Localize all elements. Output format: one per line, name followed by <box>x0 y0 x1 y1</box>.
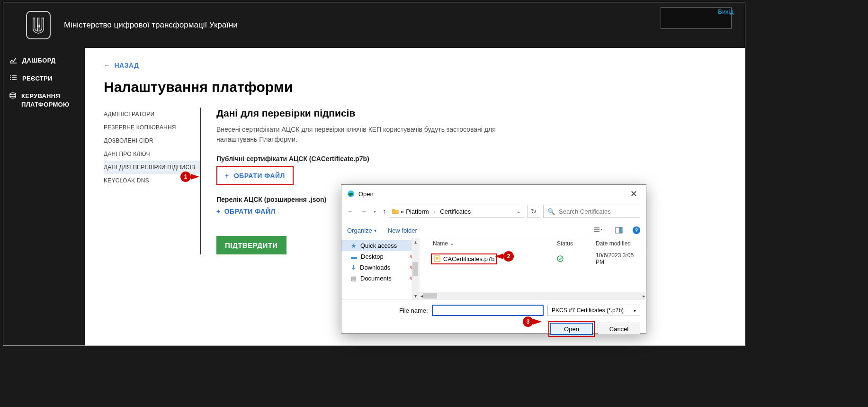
submit-button[interactable]: ПІДТВЕРДИТИ <box>216 236 286 254</box>
annotation-callout-3: 3 <box>523 317 533 327</box>
svg-point-0 <box>10 93 16 95</box>
file-type-dropdown[interactable]: PKCS #7 Certificates (*.p7b) ▾ <box>547 305 640 316</box>
open-button[interactable]: Open <box>550 323 593 335</box>
chevron-down-icon: ▾ <box>634 308 636 313</box>
scroll-thumb[interactable] <box>412 262 418 276</box>
plus-icon: + <box>216 208 221 215</box>
chevron-right-icon: › <box>431 208 438 214</box>
preview-pane-button[interactable] <box>612 226 626 235</box>
svg-rect-3 <box>620 227 622 233</box>
nav-pane-scrollbar[interactable]: ▴ ▾ <box>412 238 419 299</box>
path-segment[interactable]: Certificates <box>440 208 471 215</box>
annotation-callout-1: 1 <box>180 172 191 182</box>
nav-back-button[interactable]: ← <box>347 208 354 215</box>
file-open-dialog: Open ✕ ← → ▾ ↑ « Platform › Certificates… <box>341 184 646 334</box>
new-folder-button[interactable]: New folder <box>388 227 417 234</box>
nav-up-button[interactable]: ↑ <box>383 208 386 215</box>
nav-item-quick-access[interactable]: ★ Quick access <box>341 240 419 251</box>
choose-file-label: ОБРАТИ ФАЙЛ <box>224 208 276 215</box>
desktop-icon: ▬ <box>351 253 357 260</box>
nav-forward-button[interactable]: → <box>360 208 367 215</box>
star-icon: ★ <box>351 242 357 249</box>
menu-item-cidr[interactable]: ДОЗВОЛЕНІ CIDR <box>104 134 200 147</box>
back-label: НАЗАД <box>115 62 139 69</box>
view-mode-button[interactable] <box>591 226 605 235</box>
file-status <box>557 255 596 262</box>
scroll-thumb[interactable] <box>423 293 437 298</box>
header: Міністерство цифрової трансформації Укра… <box>3 2 745 48</box>
sidebar-item-label: РЕЄСТРИ <box>22 74 53 83</box>
scroll-down-icon: ▾ <box>414 293 417 298</box>
column-header-name[interactable]: Name ▴ <box>422 240 557 247</box>
sidebar-item-platform-management[interactable]: КЕРУВАННЯ ПЛАТФОРМОЮ <box>3 87 85 113</box>
scroll-up-icon: ▴ <box>414 239 417 244</box>
path-breadcrumb[interactable]: « Platform › Certificates ⌄ <box>389 205 524 218</box>
sidebar: ДАШБОРД РЕЄСТРИ КЕРУВАННЯ ПЛАТФОРМОЮ <box>3 48 85 345</box>
sidebar-item-label: КЕРУВАННЯ ПЛАТФОРМОЮ <box>21 92 79 109</box>
menu-item-key-data[interactable]: ДАНІ ПРО КЛЮЧ <box>104 147 200 161</box>
trident-icon <box>31 16 45 35</box>
certificate-file-icon <box>434 255 440 262</box>
nav-item-label: Downloads <box>360 264 390 271</box>
dialog-nav-arrows: ← → ▾ ↑ <box>347 208 386 215</box>
nav-item-desktop[interactable]: ▬ Desktop 📌 <box>341 251 419 262</box>
search-input[interactable]: 🔍 Search Certificates <box>543 205 640 218</box>
annotation-pointer-icon <box>495 253 503 259</box>
file-name-label: File name: <box>399 307 428 314</box>
scroll-right-icon: ▸ <box>643 293 645 298</box>
logout-link[interactable]: Вихід <box>718 8 734 15</box>
annotation-number: 1 <box>180 172 191 182</box>
choose-file-json-button[interactable]: + ОБРАТИ ФАЙЛ <box>216 208 276 215</box>
column-header-status[interactable]: Status <box>557 240 596 247</box>
organize-menu[interactable]: Organize ▾ <box>347 227 376 234</box>
nav-item-documents[interactable]: ▤ Documents 📌 <box>341 273 419 284</box>
nav-item-downloads[interactable]: ⬇ Downloads 📌 <box>341 262 419 273</box>
annotation-callout-2: 2 <box>503 251 514 262</box>
annotation-number: 2 <box>503 251 514 262</box>
file-date: 10/6/2023 3:05 PM <box>596 252 643 265</box>
file-row[interactable]: CACertificates.p7b 10/6/2023 3:05 PM <box>420 249 646 268</box>
sidebar-item-registries[interactable]: РЕЄСТРИ <box>3 70 85 88</box>
sidebar-item-dashboard[interactable]: ДАШБОРД <box>3 52 85 70</box>
back-link[interactable]: ← НАЗАД <box>104 62 139 69</box>
nav-item-label: Quick access <box>360 242 397 249</box>
dialog-title-bar: Open ✕ <box>341 185 646 203</box>
list-icon <box>9 75 18 81</box>
coat-of-arms-logo <box>26 11 51 39</box>
download-icon: ⬇ <box>351 264 356 271</box>
nav-item-label: Documents <box>360 275 392 282</box>
sidebar-item-label: ДАШБОРД <box>22 56 55 65</box>
close-button[interactable]: ✕ <box>627 189 640 199</box>
section-heading: Дані для перевірки підписів <box>216 108 509 119</box>
help-button[interactable]: ? <box>633 226 640 234</box>
nav-history-dropdown[interactable]: ▾ <box>374 209 376 214</box>
chevron-down-icon[interactable]: ⌄ <box>516 208 521 215</box>
path-root: « <box>401 208 404 215</box>
menu-item-administrators[interactable]: АДМІНІСТРАТОРИ <box>104 108 200 121</box>
edge-browser-icon <box>347 190 355 198</box>
cancel-button[interactable]: Cancel <box>598 323 640 335</box>
menu-item-backup[interactable]: РЕЗЕРВНЕ КОПІЮВАННЯ <box>104 121 200 134</box>
sort-asc-icon: ▴ <box>451 241 453 246</box>
file-name-input[interactable] <box>432 305 544 316</box>
chevron-down-icon: ▾ <box>374 228 376 233</box>
refresh-button[interactable]: ↻ <box>527 205 540 218</box>
field-label-public-certs: Публічні сертифікати АЦСК (CACertificate… <box>216 155 509 163</box>
stack-icon <box>9 92 17 99</box>
column-header-date[interactable]: Date modified <box>596 240 643 247</box>
nav-pane: ★ Quick access ▬ Desktop 📌 ⬇ Downloads 📌… <box>341 238 420 299</box>
page-title: Налаштування платформи <box>104 79 726 95</box>
arrow-left-icon: ← <box>104 62 111 69</box>
document-icon: ▤ <box>351 275 357 282</box>
check-circle-icon <box>557 255 564 262</box>
ministry-title: Міністерство цифрової трансформації Укра… <box>64 20 238 30</box>
svg-rect-2 <box>616 227 619 233</box>
annotation-pointer-icon <box>191 174 199 180</box>
choose-file-label: ОБРАТИ ФАЙЛ <box>234 172 285 180</box>
path-segment[interactable]: Platform <box>406 208 429 215</box>
choose-file-p7b-button[interactable]: + ОБРАТИ ФАЙЛ <box>216 166 294 185</box>
file-selection-highlight: CACertificates.p7b <box>431 253 497 264</box>
dialog-title-text: Open <box>358 190 374 198</box>
search-icon: 🔍 <box>547 208 555 215</box>
file-list-scrollbar[interactable]: ◂ ▸ <box>420 292 646 299</box>
